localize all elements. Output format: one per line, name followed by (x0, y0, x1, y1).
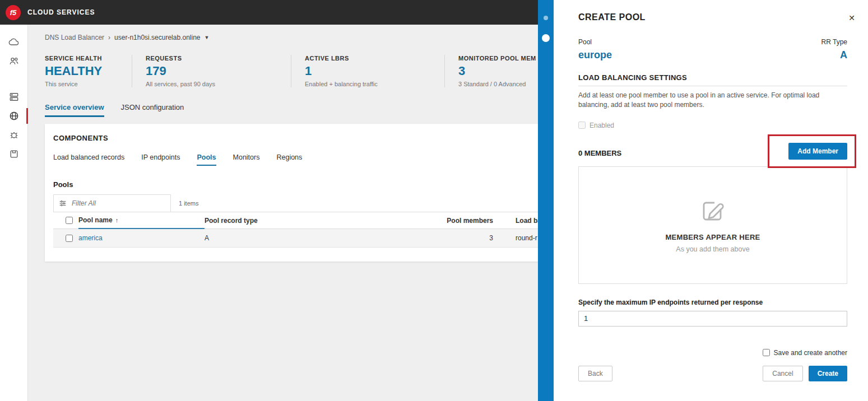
stat-active-lbrs: ACTIVE LBRS 1 Enabled + balancing traffi… (305, 55, 445, 87)
col-header-label: Pool name (78, 216, 113, 224)
filter-icon (58, 199, 67, 208)
sidebar-item-cloud[interactable] (0, 32, 28, 52)
cancel-button[interactable]: Cancel (763, 366, 802, 381)
globe-icon (8, 110, 20, 122)
empty-state-subtitle: As you add them above (676, 245, 749, 253)
cell-record-type: A (205, 234, 443, 242)
footer-actions: Cancel Create (763, 366, 847, 381)
max-ip-input[interactable] (578, 311, 847, 327)
pool-value: europe (578, 49, 612, 61)
rr-type-value: A (821, 49, 847, 61)
select-all-checkbox[interactable] (66, 217, 73, 224)
stat-sub: Enabled + balancing traffic (305, 81, 431, 87)
rr-type-meta: RR Type A (821, 38, 847, 61)
filter-box[interactable] (53, 194, 171, 212)
sidebar (0, 25, 28, 401)
items-count: 1 items (179, 200, 198, 207)
sidebar-item-dns-load-balancer[interactable] (0, 106, 28, 125)
members-row: 0 MEMBERS Add Member (578, 143, 847, 160)
add-member-button[interactable]: Add Member (788, 143, 847, 160)
tab-monitors[interactable]: Monitors (233, 153, 260, 166)
enabled-label: Enabled (590, 122, 614, 129)
bug-icon (8, 129, 20, 141)
members-empty-state: MEMBERS APPEAR HERE As you add them abov… (578, 166, 847, 284)
sidebar-item-security[interactable] (0, 125, 28, 144)
cell-pool-name: america (78, 229, 205, 247)
pool-link-america[interactable]: america (78, 234, 103, 242)
sidebar-item-users[interactable] (0, 52, 28, 71)
tab-json-configuration[interactable]: JSON configuration (121, 103, 184, 117)
create-pool-panel: CREATE POOL ✕ Pool europe RR Type A LOAD… (554, 0, 868, 401)
row-select-cell (53, 229, 78, 247)
members-count: 0 MEMBERS (578, 149, 621, 160)
edit-pencil-icon (699, 197, 726, 224)
save-another-label: Save and create another (774, 349, 847, 357)
stat-requests: REQUESTS 179 All services, past 90 days (146, 55, 291, 87)
dropdown-caret-icon[interactable]: ▼ (205, 35, 210, 40)
stat-sub: All services, past 90 days (146, 81, 277, 87)
close-icon[interactable]: ✕ (848, 13, 855, 22)
rr-type-label: RR Type (821, 38, 847, 46)
save-another-checkbox[interactable] (763, 349, 770, 356)
users-icon (8, 55, 20, 67)
cell-pool-members: 3 (443, 234, 493, 242)
panel-header: CREATE POOL ✕ (578, 12, 847, 22)
active-nav-indicator (26, 108, 28, 124)
f5-logo: f5 (6, 5, 21, 20)
section-description: Add at least one pool member to use a po… (578, 91, 843, 110)
pool-label: Pool (578, 38, 612, 46)
archive-icon (8, 148, 20, 160)
breadcrumb-current[interactable]: user-n1h0si.securelab.online (114, 34, 200, 41)
stat-label: REQUESTS (146, 55, 277, 62)
stat-label: SERVICE HEALTH (45, 55, 118, 62)
col-pool-name[interactable]: Pool name ↑ (78, 213, 205, 229)
add-member-wrapper: Add Member (788, 143, 847, 160)
sort-asc-icon[interactable]: ↑ (115, 217, 119, 223)
max-ip-label: Specify the maximum IP endpoints returne… (578, 299, 847, 306)
tab-pools[interactable]: Pools (197, 153, 216, 166)
save-another-row: Save and create another (578, 349, 847, 357)
step-1-dot[interactable] (544, 16, 548, 20)
wizard-stepper-strip (538, 0, 554, 401)
tab-ip-endpoints[interactable]: IP endpoints (141, 153, 180, 166)
panel-footer: Back Cancel Create (578, 366, 847, 381)
back-button[interactable]: Back (578, 366, 612, 381)
row-checkbox[interactable] (66, 235, 73, 242)
col-pool-record-type[interactable]: Pool record type (205, 217, 443, 225)
filter-input[interactable] (72, 199, 161, 207)
select-all-cell (53, 212, 78, 229)
tab-load-balanced-records[interactable]: Load balanced records (53, 153, 124, 166)
stat-label: ACTIVE LBRS (305, 55, 431, 62)
sidebar-item-servers[interactable] (0, 87, 28, 106)
panel-title: CREATE POOL (578, 12, 646, 22)
tab-service-overview[interactable]: Service overview (45, 103, 104, 117)
step-2-dot-active[interactable] (542, 34, 550, 42)
cloud-icon (8, 36, 20, 48)
server-icon (8, 91, 20, 102)
load-balancing-settings-title: LOAD BALANCING SETTINGS (578, 73, 847, 82)
sidebar-item-apps[interactable] (0, 144, 28, 164)
pool-meta-row: Pool europe RR Type A (578, 38, 847, 61)
enabled-checkbox[interactable] (578, 122, 586, 129)
stat-value: HEALTHY (45, 64, 118, 78)
pool-meta: Pool europe (578, 38, 612, 61)
section-divider (578, 86, 847, 86)
create-button[interactable]: Create (809, 366, 847, 381)
brand-title: CLOUD SERVICES (27, 8, 95, 16)
stat-sub: This service (45, 81, 118, 87)
breadcrumb-root[interactable]: DNS Load Balancer (45, 34, 104, 41)
stat-value: 1 (305, 64, 431, 78)
stat-value: 179 (146, 64, 277, 78)
tab-regions[interactable]: Regions (276, 153, 302, 166)
stat-service-health: SERVICE HEALTH HEALTHY This service (45, 55, 132, 87)
breadcrumb-separator: › (108, 34, 110, 41)
empty-state-title: MEMBERS APPEAR HERE (665, 233, 760, 241)
col-pool-members[interactable]: Pool members (443, 217, 493, 225)
enabled-row: Enabled (578, 122, 847, 129)
